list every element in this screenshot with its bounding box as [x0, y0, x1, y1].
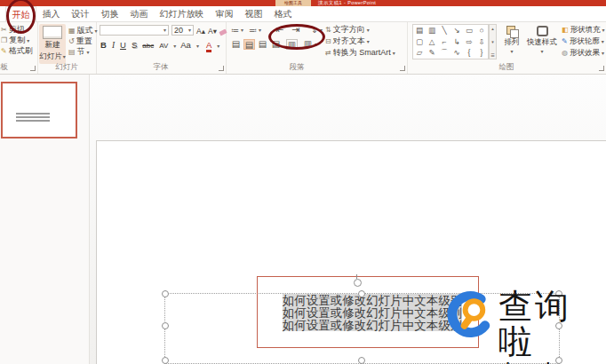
tab-design[interactable]: 设计 [66, 6, 95, 21]
shape-icon[interactable]: ⇩ [475, 36, 488, 48]
format-painter-icon: ✎ [1, 48, 7, 55]
tab-insert[interactable]: 插入 [36, 6, 66, 21]
text-shadow-button[interactable]: S [132, 39, 137, 51]
arrange-label: 排列 [505, 37, 520, 48]
bold-button[interactable]: B [100, 39, 107, 51]
tab-animations[interactable]: 动画 [124, 6, 154, 21]
change-case-button[interactable]: Aa [180, 39, 191, 51]
slide-text-line[interactable]: 如何设置或修改幻灯片中文本级别 [283, 306, 463, 319]
character-spacing-button[interactable]: AV [159, 40, 168, 51]
font-name-combobox[interactable]: ▾ [100, 25, 169, 36]
chevron-down-icon: ▾ [602, 39, 604, 44]
tab-format[interactable]: 格式 [268, 6, 298, 21]
italic-button[interactable]: I [112, 40, 115, 51]
shape-icon[interactable]: ⌒ [438, 47, 451, 59]
format-painter-button[interactable]: ✎ 格式刷 [1, 46, 33, 56]
shape-fill-button[interactable]: ◧ 形状填充 ▾ [562, 25, 605, 35]
align-text-label: 对齐文本 [333, 36, 365, 47]
underline-button[interactable]: U [120, 39, 126, 51]
tab-view[interactable]: 视图 [239, 6, 268, 21]
bullets-button[interactable]: ≔ [231, 25, 239, 36]
clipboard-dialog-launcher[interactable] [30, 66, 36, 71]
arrange-button[interactable]: 排列 ▾ [499, 26, 524, 54]
convert-to-smartart-button[interactable]: ⇄ 转换为 SmartArt ▾ [325, 48, 395, 58]
shape-icon[interactable]: ⌐ [438, 36, 451, 48]
chevron-down-icon: ▾ [87, 50, 90, 55]
rotation-handle[interactable] [354, 279, 362, 287]
shapes-gallery[interactable]: ▤ ▥ ╲ ↘ ▭ ○ ▢ △ ⌐ ↳ ⇨ ⇩ ▱ ✎ ⌒ ∿ { } [412, 24, 489, 59]
shape-icon[interactable]: ∿ [451, 47, 463, 59]
resize-handle-bottom-left[interactable] [162, 357, 169, 364]
slide-text-line[interactable]: 如何设置或修改幻灯片中文本级别 [283, 319, 463, 331]
new-slide-label-1: 新建 [45, 40, 60, 51]
shape-icon[interactable]: ▢ [413, 36, 426, 48]
drawing-dialog-launcher[interactable] [599, 66, 604, 71]
copy-button[interactable]: ❐ 复制 ▾ [1, 36, 29, 45]
text-direction-button[interactable]: ⇅ 文字方向 ▾ [325, 25, 370, 35]
layout-icon: ▦ [68, 28, 76, 35]
shape-icon[interactable]: ▥ [426, 25, 438, 36]
slide-editing-area[interactable]: 如何设置或修改幻灯片中文本级别 如何设置或修改幻灯片中文本级别 如何设置或修改幻… [89, 74, 606, 364]
shape-icon[interactable]: { [463, 47, 475, 59]
resize-handle-top-middle[interactable] [358, 290, 365, 297]
group-label-slides: 幻灯片 [37, 62, 96, 73]
resize-handle-top-left[interactable] [162, 290, 169, 297]
resize-handle-bottom-middle[interactable] [358, 357, 365, 364]
scissors-icon: ✂ [1, 27, 7, 34]
scroll-down-icon[interactable]: ▾ [491, 38, 494, 45]
tab-slideshow[interactable]: 幻灯片放映 [154, 6, 210, 21]
chevron-down-icon: ▾ [188, 28, 191, 33]
shape-icon[interactable]: △ [426, 36, 438, 48]
section-label: 节 [77, 46, 85, 58]
shape-outline-button[interactable]: ✎ 形状轮廓 ▾ [562, 36, 604, 46]
scroll-up-icon[interactable]: ▴ [491, 25, 494, 32]
group-label-paragraph: 段落 [226, 62, 368, 73]
quick-styles-button[interactable]: 快速样式 ▾ [525, 26, 559, 54]
shape-effects-button[interactable]: ◍ 形状效果 ▾ [562, 48, 604, 58]
text-direction-label: 文字方向 [333, 24, 365, 36]
shape-icon[interactable]: ▱ [413, 47, 426, 59]
chevron-down-icon: ▾ [602, 28, 605, 33]
shape-icon[interactable]: ↘ [451, 25, 463, 36]
shape-icon[interactable]: ▤ [413, 25, 426, 36]
resize-handle-middle-left[interactable] [162, 322, 169, 329]
align-center-button[interactable]: ▤ [243, 39, 255, 50]
annotation-circle-indent-buttons [268, 24, 325, 50]
align-left-button[interactable]: ▤ [230, 39, 242, 50]
align-text-button[interactable]: ⊟ 对齐文本 ▾ [325, 36, 370, 46]
title-bar: 绘图工具 演示文稿1 - PowerPoint [0, 0, 606, 6]
shape-icon[interactable]: ↳ [451, 36, 463, 48]
shrink-font-icon: A▾ [208, 27, 217, 36]
font-dialog-launcher[interactable] [219, 66, 224, 71]
watermark-text: 查询啦 chaxunla.com [498, 289, 606, 364]
strikethrough-button[interactable]: abc [142, 40, 154, 51]
reset-button[interactable]: ↺ 重置 [68, 36, 92, 46]
tab-transitions[interactable]: 切换 [95, 6, 124, 21]
tab-review[interactable]: 审阅 [210, 6, 239, 21]
new-slide-icon [43, 26, 62, 39]
paragraph-dialog-launcher[interactable] [400, 66, 405, 71]
slide-thumbnail-1[interactable] [1, 82, 77, 138]
font-size-combobox[interactable]: 20 ▾ [171, 25, 194, 36]
shapes-gallery-scrollbar[interactable]: ▴ ▾ ☰ [489, 24, 497, 59]
font-color-button[interactable]: A [206, 41, 211, 52]
shape-icon[interactable]: } [475, 47, 488, 59]
shape-icon[interactable]: ╲ [438, 25, 451, 36]
group-slides: 新建 幻灯片 ▾ ▦ 版式 ▾ ↺ 重置 ▤ 节 ▾ 幻灯片 [37, 22, 97, 74]
shrink-font-button[interactable]: A▾ [208, 26, 217, 36]
grow-font-button[interactable]: A▴ [196, 26, 205, 36]
layout-button[interactable]: ▦ 版式 ▾ [68, 26, 98, 36]
align-right-button[interactable]: ▤ [257, 39, 268, 50]
watermark: 查询啦 chaxunla.com [445, 289, 606, 364]
new-slide-button[interactable]: 新建 幻灯片 ▾ [39, 24, 66, 64]
slide-text-line[interactable]: 如何设置或修改幻灯片中文本级别 [283, 294, 463, 306]
shape-icon[interactable]: ✎ [426, 47, 438, 59]
section-button[interactable]: ▤ 节 ▾ [68, 47, 90, 57]
gallery-more-icon[interactable]: ☰ [490, 51, 494, 59]
shape-icon[interactable]: ▭ [463, 25, 475, 36]
shape-icon[interactable]: ⇨ [463, 36, 475, 48]
shape-icon[interactable]: ○ [475, 25, 488, 36]
grow-font-icon: A▴ [196, 27, 205, 36]
numbering-button[interactable]: ≕ [249, 25, 257, 36]
contextual-tab-drawing-tools[interactable]: 绘图工具 [275, 0, 311, 6]
